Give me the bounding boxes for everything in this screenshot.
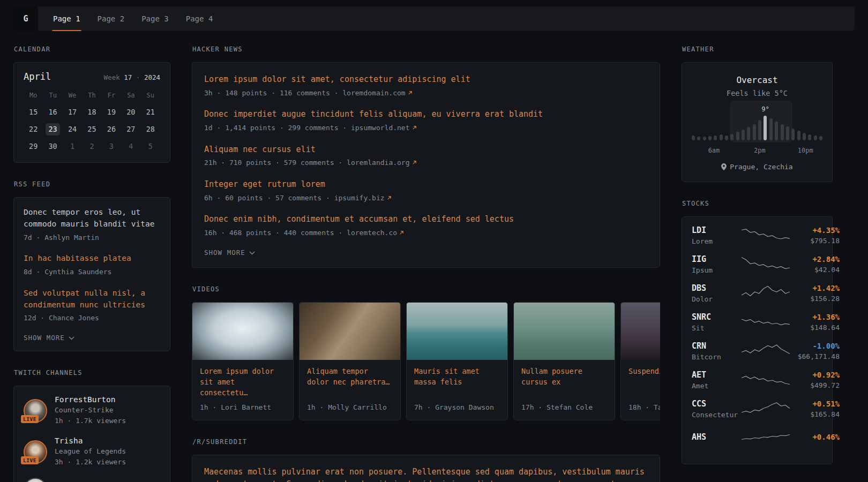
stock-row[interactable]: CRNBitcorn-1.00%$66,171.48 [692,341,822,361]
stock-price: $499.72 [790,381,840,389]
stock-change: +1.36% [790,313,840,321]
calendar-day: 1 [65,140,80,153]
channel-game[interactable]: League of Legends [55,447,126,455]
stock-row[interactable]: LDILorem+4.35%$795.18 [692,225,822,245]
weather-time-label: 2pm [754,147,766,154]
tab-page-4[interactable]: Page 4 [185,6,214,31]
hn-item-domain[interactable]: loremlandia.org [347,159,416,167]
hn-item-meta: 6h · 60 points · 57 comments · ipsumify.… [204,193,648,204]
hn-item: Donec enim nibh, condimentum et accumsan… [204,213,648,238]
video-card[interactable]: Lorem ipsum dolor sit amet consectetu…1h… [192,302,294,421]
calendar-day: 15 [26,106,41,118]
video-thumbnail[interactable] [514,303,615,360]
stock-name: Sit [692,324,741,332]
hn-item: Integer eget rutrum lorem6h · 60 points … [204,178,648,203]
video-title[interactable]: Mauris sit amet massa felis [407,360,507,388]
calendar-card: April Week 17 · 2024 MoTuWeThFrSaSu15161… [13,62,170,163]
stock-labels: CRNBitcorn [692,341,741,361]
stock-row[interactable]: DBSDolor+1.42%$156.28 [692,283,822,303]
subreddit-section-title: /R/SUBREDDIT [192,438,660,446]
video-title[interactable]: Lorem ipsum dolor sit amet consectetu… [192,360,293,398]
weather-bar [747,127,750,140]
hn-item-domain[interactable]: ipsumworld.net [351,124,417,132]
stock-change: +0.46% [790,433,840,441]
rss-item-title[interactable]: Donec tempor eros leo, ut commodo mauris… [24,207,160,230]
channel-avatar[interactable]: LIVE [24,440,47,464]
rss-item-title[interactable]: In hac habitasse platea [24,253,160,265]
stock-name: Amet [692,382,741,390]
channel-meta: 3h · 1.2k viewers [55,457,126,468]
channel-name[interactable]: Trisha [55,436,126,445]
video-card[interactable]: Nullam posuere cursus ex17h · Stefan Col… [513,302,615,421]
channel-game[interactable]: Counter-Strike [55,406,126,414]
video-card[interactable]: Aliquam tempor dolor nec pharetra…1h · M… [299,302,401,421]
weather-bar [730,134,734,140]
hn-item-title[interactable]: Donec imperdiet augue tincidunt felis al… [204,108,648,120]
hn-item-domain[interactable]: loremdomain.com [342,89,412,97]
weather-bar [720,134,723,140]
video-thumbnail[interactable] [621,303,660,360]
stock-ticker: SNRC [692,312,741,322]
tab-page-3[interactable]: Page 3 [140,6,170,31]
hackernews-show-more-button[interactable]: SHOW MORE [204,248,648,257]
calendar-header: April Week 17 · 2024 [24,71,160,82]
stock-change: +0.92% [790,371,840,379]
calendar-year: 2024 [144,73,160,81]
video-card[interactable]: Suspendisse diam18h · Tara [620,302,660,421]
weather-bar [791,129,795,140]
hn-item: Donec imperdiet augue tincidunt felis al… [204,108,648,133]
weather-location: Prague, Czechia [692,163,822,171]
tab-page-1[interactable]: Page 1 [52,6,81,31]
hn-item-title[interactable]: Integer eget rutrum lorem [204,178,648,191]
hn-item-title[interactable]: Lorem ipsum dolor sit amet, consectetur … [204,73,648,86]
stock-row[interactable]: AHS+0.46% [692,428,822,446]
video-thumbnail[interactable] [192,303,293,360]
stock-row[interactable]: CCSConsectetur+0.51%$165.84 [692,399,822,419]
subreddit-widget: /R/SUBREDDIT Maecenas mollis pulvinar er… [192,438,660,482]
weather-bar [697,137,700,140]
calendar-weekday: Mo [24,92,43,99]
stock-sparkline [741,428,790,446]
channel-name[interactable]: ForrestBurton [55,395,126,404]
rss-show-more-button[interactable]: SHOW MORE [24,334,160,342]
app-logo[interactable]: G [13,6,38,31]
calendar-day: 5 [143,140,158,153]
tab-page-2[interactable]: Page 2 [96,6,126,31]
subreddit-card: Maecenas mollis pulvinar erat non posuer… [192,455,660,482]
video-card[interactable]: Mauris sit amet massa felis7h · Grayson … [406,302,508,421]
hackernews-widget: HACKER NEWS Lorem ipsum dolor sit amet, … [192,46,660,268]
stock-labels: IIGIpsum [692,254,741,274]
hn-item: Lorem ipsum dolor sit amet, consectetur … [204,73,648,98]
twitch-widget: TWITCH CHANNELS LIVEForrestBurtonCounter… [13,369,170,482]
stock-sparkline [741,371,790,389]
calendar-separator: · [136,73,140,81]
external-link-icon [387,195,392,200]
channel-avatar[interactable] [24,478,47,482]
hn-item-title[interactable]: Donec enim nibh, condimentum et accumsan… [204,213,648,225]
calendar-weekday: We [63,92,82,99]
videos-widget: VIDEOS Lorem ipsum dolor sit amet consec… [192,285,660,421]
video-title[interactable]: Suspendisse diam [621,360,660,376]
stock-ticker: AET [692,370,741,380]
channel-avatar[interactable]: LIVE [24,399,47,423]
stock-row[interactable]: AETAmet+0.92%$499.72 [692,370,822,390]
video-thumbnail[interactable] [407,303,507,360]
stock-row[interactable]: SNRCSit+1.36%$148.64 [692,312,822,332]
stock-sparkline [741,313,790,332]
hn-item-title[interactable]: Aliquam nec cursus elit [204,144,648,156]
rss-item: In hac habitasse platea8d · Cynthia Saun… [24,253,160,277]
stocks-widget: STOCKS LDILorem+4.35%$795.18IIGIpsum+2.8… [682,200,833,464]
hn-item-domain[interactable]: ipsumify.biz [334,194,392,202]
rss-item-title[interactable]: Sed volutpat nulla nisl, a condimentum n… [24,288,160,311]
video-thumbnail[interactable] [300,303,400,360]
stock-values: +0.92%$499.72 [790,371,840,389]
stock-ticker: LDI [692,225,741,235]
stock-row[interactable]: IIGIpsum+2.84%$42.04 [692,254,822,274]
hn-item-domain[interactable]: loremtech.co [347,229,404,237]
video-title[interactable]: Aliquam tempor dolor nec pharetra… [300,360,400,388]
video-title[interactable]: Nullam posuere cursus ex [514,360,615,388]
stock-labels: SNRCSit [692,312,741,332]
stock-change: -1.00% [790,342,840,350]
calendar-day: 27 [124,123,138,135]
subreddit-item-title[interactable]: Maecenas mollis pulvinar erat non posuer… [204,466,648,482]
